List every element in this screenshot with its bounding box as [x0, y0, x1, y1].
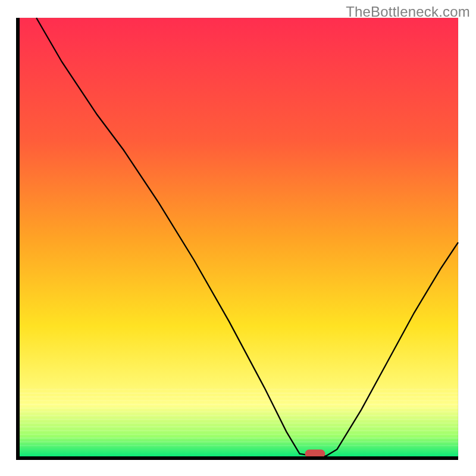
svg-rect-10	[18, 408, 458, 409]
svg-rect-3	[18, 434, 458, 435]
svg-rect-0	[18, 445, 458, 446]
svg-rect-9	[18, 411, 458, 412]
svg-rect-8	[18, 415, 458, 416]
svg-rect-12	[18, 400, 458, 401]
plot-area	[18, 18, 458, 458]
svg-rect-2	[18, 437, 458, 439]
svg-rect-1	[18, 441, 458, 443]
svg-rect-14	[18, 393, 458, 394]
svg-rect-15	[18, 389, 458, 390]
svg-rect-4	[18, 430, 458, 431]
svg-rect-5	[18, 426, 458, 427]
watermark-text: TheBottleneck.com	[346, 4, 470, 20]
svg-rect-6	[18, 422, 458, 424]
svg-rect-13	[18, 396, 458, 397]
svg-rect-7	[18, 419, 458, 420]
bottleneck-chart	[0, 0, 476, 476]
svg-rect-11	[18, 404, 458, 405]
gradient-background	[18, 18, 458, 458]
